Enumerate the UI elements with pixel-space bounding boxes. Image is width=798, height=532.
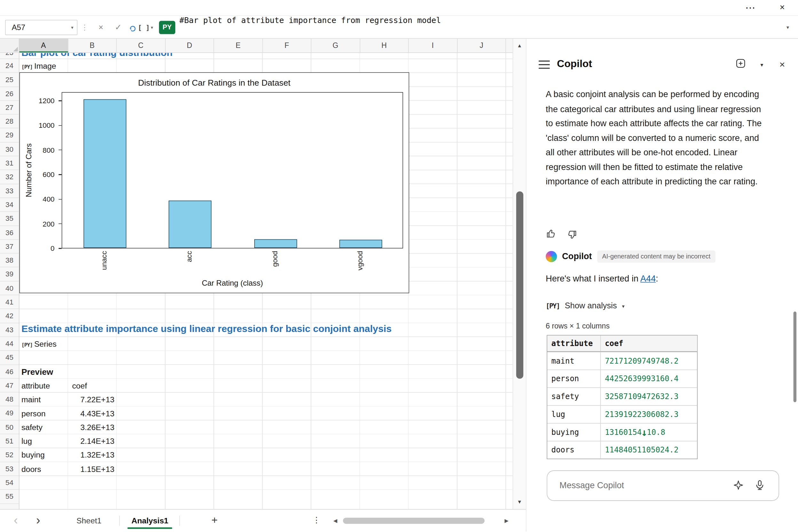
show-analysis-toggle[interactable]: [PY] Show analysis ▾ <box>546 299 624 312</box>
cell-a46-preview-label[interactable]: Preview <box>21 365 53 379</box>
result-attribute: lug <box>547 406 601 423</box>
result-coef-after: 10.8 <box>647 428 665 437</box>
window-more-icon[interactable]: ⋯ <box>743 0 758 15</box>
sheet-tab-analysis1[interactable]: Analysis1 <box>121 510 179 532</box>
prev-sheet-icon[interactable]: ‹ <box>8 510 23 532</box>
column-header-d[interactable]: D <box>165 39 214 52</box>
name-box-value: A57 <box>12 23 25 32</box>
embedded-chart[interactable]: Distribution of Car Ratings in the Datas… <box>19 72 410 293</box>
result-row-safety: safety32587109472632.3 <box>547 387 697 405</box>
expand-formula-bar-icon[interactable]: ▾ <box>782 16 794 39</box>
preview-coef: 1.32E+13 <box>68 448 114 462</box>
chart-x-ticks: unaccaccgoodvgood <box>62 251 403 282</box>
vertical-scrollbar[interactable]: ▲ ▼ <box>513 39 526 509</box>
preview-coef: 4.43E+13 <box>68 406 114 420</box>
active-tab-underline <box>127 528 173 529</box>
name-box-chevron-icon[interactable]: ▾ <box>71 20 73 35</box>
horizontal-scrollbar[interactable]: ◀ ▶ <box>329 510 513 532</box>
title-bar: ⋯ × <box>0 0 798 15</box>
new-chat-icon[interactable] <box>734 58 747 71</box>
scroll-right-icon[interactable]: ▶ <box>500 510 513 532</box>
x-tick-label-unacc: unacc <box>100 251 108 270</box>
preview-attribute: person <box>21 406 46 420</box>
menu-hamburger-icon[interactable] <box>539 61 550 69</box>
result-row-doors: doors11484051105024.2 <box>547 441 697 459</box>
result-dimensions-label: 6 rows × 1 columns <box>546 322 610 330</box>
result-attribute: buying <box>547 424 601 441</box>
y-tick-mark <box>58 125 62 126</box>
column-header-h[interactable]: H <box>360 39 409 52</box>
inserted-text-prefix: Here's what I inserted in <box>546 274 640 283</box>
preview-row-lug[interactable]: lug2.14E+13 <box>0 434 153 448</box>
scroll-down-icon[interactable]: ▼ <box>513 496 526 508</box>
column-header-f[interactable]: F <box>262 39 311 52</box>
next-sheet-icon[interactable]: › <box>31 510 46 532</box>
thumbs-down-icon[interactable] <box>565 228 577 240</box>
copilot-response-text: A basic conjoint analysis can be perform… <box>546 88 769 189</box>
column-header-i[interactable]: I <box>409 39 457 52</box>
inserted-location-text: Here's what I inserted in A44: <box>546 274 658 284</box>
name-box[interactable]: A57 ▾ <box>5 20 77 35</box>
cell-b47-coef-header[interactable]: coef <box>72 379 87 392</box>
formula-options-chevron-icon[interactable]: ▾ <box>151 16 153 39</box>
formula-input[interactable]: #Bar plot of attribute importance from r… <box>179 16 441 25</box>
y-tick-label-200: 200 <box>42 219 54 228</box>
py-object-icon: [PY] <box>546 302 560 310</box>
thumbs-up-icon[interactable] <box>546 228 558 240</box>
result-row-maint: maint72171209749748.2 <box>547 352 697 370</box>
y-tick-mark <box>58 100 62 101</box>
excel-window: ⋯ × A57 ▾ ⋮ × ✓ [ ] ▾ PY #Bar plot of at… <box>0 0 798 532</box>
vertical-scrollbar-thumb[interactable] <box>516 191 523 379</box>
window-close-icon[interactable]: × <box>775 0 790 15</box>
scroll-left-icon[interactable]: ◀ <box>329 510 342 532</box>
copilot-message-input[interactable] <box>559 471 727 500</box>
formula-bar: A57 ▾ ⋮ × ✓ [ ] ▾ PY #Bar plot of attrib… <box>0 15 798 39</box>
preview-attribute: safety <box>21 420 42 434</box>
clipped-heading-row23[interactable]: Bar plot of car rating distribution <box>21 53 173 59</box>
column-header-a[interactable]: A <box>19 39 68 52</box>
sheet-tab-sheet1[interactable]: Sheet1 <box>66 510 112 532</box>
prompt-suggestions-icon[interactable] <box>733 480 746 493</box>
cell-a24[interactable]: [PY]Image <box>21 59 56 73</box>
sheet-tab-bar: ‹ › Sheet1 Analysis1 + ⋮ ◀ ▶ <box>0 509 526 531</box>
scroll-up-icon[interactable]: ▲ <box>513 40 526 52</box>
result-row-lug: lug21391922306082.3 <box>547 405 697 423</box>
panel-scrollbar-thumb[interactable] <box>794 311 797 402</box>
cell-reference-link[interactable]: A44 <box>640 274 656 283</box>
confirm-entry-icon[interactable]: ✓ <box>112 16 124 39</box>
cancel-entry-icon[interactable]: × <box>95 16 107 39</box>
column-header-g[interactable]: G <box>311 39 360 52</box>
add-sheet-icon[interactable]: + <box>206 510 223 532</box>
y-tick-mark <box>58 174 62 175</box>
horizontal-scrollbar-thumb[interactable] <box>343 518 485 524</box>
column-header-j[interactable]: J <box>457 39 506 52</box>
preview-row-safety[interactable]: safety3.26E+13 <box>0 420 153 434</box>
column-header-b[interactable]: B <box>68 39 117 52</box>
py-object-icon: [PY] <box>21 64 33 70</box>
preview-row-doors[interactable]: doors1.15E+13 <box>0 462 153 476</box>
sheet-menu-icon[interactable]: ⋮ <box>309 510 324 532</box>
cell-a43-heading[interactable]: Estimate attribute importance using line… <box>21 323 392 337</box>
microphone-icon[interactable] <box>754 480 767 493</box>
cell-a47-attribute-header[interactable]: attribute <box>21 379 50 392</box>
collapse-panel-chevron-icon[interactable]: ▾ <box>755 58 768 71</box>
select-all-corner[interactable] <box>0 39 19 52</box>
python-formula-icon[interactable]: [ ] ▾ <box>127 16 155 39</box>
preview-row-person[interactable]: person4.43E+13 <box>0 406 153 420</box>
chart-x-axis-label: Car Rating (class) <box>62 278 403 287</box>
message-input-box[interactable] <box>547 470 779 501</box>
y-tick-label-1000: 1000 <box>39 121 55 130</box>
show-analysis-chevron-icon[interactable]: ▾ <box>622 303 624 309</box>
column-header-c[interactable]: C <box>117 39 165 52</box>
cell-a44[interactable]: [PY]Series <box>21 337 57 351</box>
x-tick-label-acc: acc <box>185 251 193 262</box>
y-tick-mark <box>58 199 62 200</box>
preview-row-buying[interactable]: buying1.32E+13 <box>0 448 153 462</box>
ai-disclaimer-badge: AI-generated content may be incorrect <box>597 250 716 263</box>
preview-row-maint[interactable]: maint7.22E+13 <box>0 393 153 406</box>
result-header-coef: coef <box>601 336 697 351</box>
active-tab-label: Analysis1 <box>131 516 168 525</box>
close-panel-icon[interactable]: × <box>776 58 789 71</box>
chart-bar-vgood <box>339 240 382 248</box>
column-header-e[interactable]: E <box>214 39 262 52</box>
